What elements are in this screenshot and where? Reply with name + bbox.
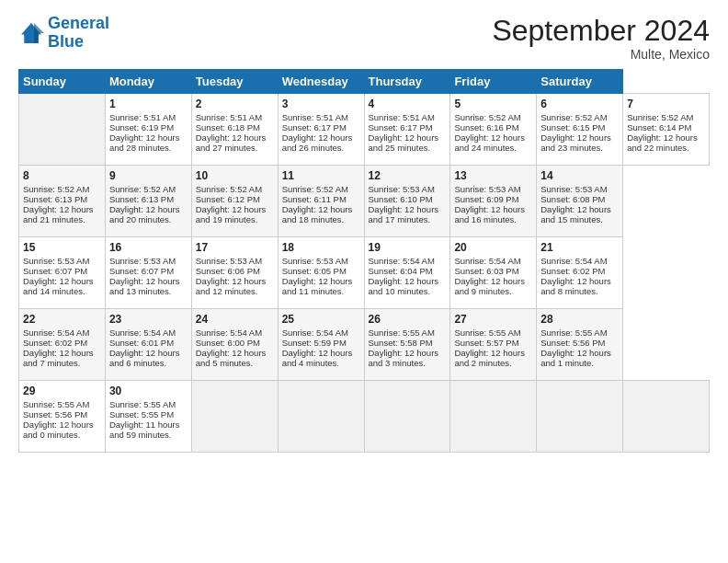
- sunset: Sunset: 5:59 PM: [282, 338, 347, 348]
- daylight: Daylight: 12 hours and 8 minutes.: [540, 276, 611, 296]
- sunrise: Sunrise: 5:55 AM: [23, 399, 89, 409]
- sunrise: Sunrise: 5:54 AM: [540, 256, 607, 266]
- day-number: 4: [369, 98, 447, 110]
- day-number: 26: [369, 313, 447, 326]
- day-cell: [278, 381, 364, 453]
- calendar-week-3: 15Sunrise: 5:53 AMSunset: 6:07 PMDayligh…: [19, 237, 710, 309]
- day-cell: 1Sunrise: 5:51 AMSunset: 6:19 PMDaylight…: [105, 94, 191, 166]
- daylight: Daylight: 12 hours and 4 minutes.: [282, 348, 353, 368]
- daylight: Daylight: 12 hours and 1 minute.: [540, 348, 611, 368]
- day-cell: 2Sunrise: 5:51 AMSunset: 6:18 PMDaylight…: [191, 94, 278, 166]
- sunrise: Sunrise: 5:52 AM: [540, 112, 607, 122]
- sunrise: Sunrise: 5:53 AM: [23, 256, 89, 266]
- sunset: Sunset: 6:17 PM: [369, 122, 433, 132]
- day-cell: 13Sunrise: 5:53 AMSunset: 6:09 PMDayligh…: [450, 166, 537, 237]
- sunset: Sunset: 6:10 PM: [369, 194, 433, 204]
- sunset: Sunset: 6:06 PM: [196, 266, 260, 276]
- logo-line2: Blue: [48, 32, 84, 51]
- day-cell: [623, 381, 710, 453]
- sunset: Sunset: 6:17 PM: [282, 122, 347, 132]
- day-cell: 19Sunrise: 5:54 AMSunset: 6:04 PMDayligh…: [364, 237, 450, 309]
- sunrise: Sunrise: 5:52 AM: [282, 184, 348, 194]
- daylight: Daylight: 11 hours and 59 minutes.: [109, 419, 180, 440]
- sunrise: Sunrise: 5:53 AM: [109, 256, 176, 266]
- sunset: Sunset: 6:04 PM: [369, 266, 433, 276]
- day-cell: 23Sunrise: 5:54 AMSunset: 6:01 PMDayligh…: [105, 309, 191, 381]
- daylight: Daylight: 12 hours and 0 minutes.: [23, 419, 94, 440]
- sunrise: Sunrise: 5:52 AM: [23, 184, 89, 194]
- day-header-saturday: Saturday: [537, 70, 623, 94]
- day-header-monday: Monday: [105, 70, 191, 94]
- sunset: Sunset: 5:57 PM: [454, 338, 518, 348]
- daylight: Daylight: 12 hours and 15 minutes.: [540, 204, 611, 224]
- day-cell: 14Sunrise: 5:53 AMSunset: 6:08 PMDayligh…: [537, 166, 623, 237]
- sunset: Sunset: 6:07 PM: [109, 266, 174, 276]
- logo-icon: [18, 20, 44, 46]
- daylight: Daylight: 12 hours and 24 minutes.: [454, 132, 525, 153]
- daylight: Daylight: 12 hours and 21 minutes.: [23, 204, 94, 224]
- sunrise: Sunrise: 5:52 AM: [627, 112, 693, 122]
- daylight: Daylight: 12 hours and 5 minutes.: [196, 348, 267, 368]
- day-cell: 21Sunrise: 5:54 AMSunset: 6:02 PMDayligh…: [537, 237, 623, 309]
- daylight: Daylight: 12 hours and 7 minutes.: [23, 348, 94, 368]
- daylight: Daylight: 12 hours and 6 minutes.: [109, 348, 180, 368]
- day-number: 14: [540, 169, 619, 182]
- day-header-tuesday: Tuesday: [191, 70, 278, 94]
- sunset: Sunset: 6:12 PM: [196, 194, 260, 204]
- day-header-friday: Friday: [450, 70, 537, 94]
- sunrise: Sunrise: 5:55 AM: [369, 327, 435, 338]
- day-cell: 17Sunrise: 5:53 AMSunset: 6:06 PMDayligh…: [191, 237, 278, 309]
- empty-cell: [19, 94, 106, 166]
- sunrise: Sunrise: 5:51 AM: [196, 112, 262, 122]
- sunset: Sunset: 6:09 PM: [454, 194, 518, 204]
- day-number: 12: [369, 169, 447, 182]
- sunrise: Sunrise: 5:54 AM: [23, 327, 89, 338]
- day-cell: 29Sunrise: 5:55 AMSunset: 5:56 PMDayligh…: [19, 381, 106, 453]
- logo: General Blue: [18, 15, 109, 52]
- day-number: 6: [540, 98, 619, 110]
- sunrise: Sunrise: 5:54 AM: [196, 327, 262, 338]
- day-number: 8: [23, 169, 101, 182]
- calendar: SundayMondayTuesdayWednesdayThursdayFrid…: [18, 69, 710, 453]
- daylight: Daylight: 12 hours and 13 minutes.: [109, 276, 180, 296]
- sunset: Sunset: 6:15 PM: [540, 122, 605, 132]
- calendar-week-2: 8Sunrise: 5:52 AMSunset: 6:13 PMDaylight…: [19, 166, 710, 237]
- day-cell: 25Sunrise: 5:54 AMSunset: 5:59 PMDayligh…: [278, 309, 364, 381]
- calendar-header-row: SundayMondayTuesdayWednesdayThursdayFrid…: [19, 70, 710, 94]
- day-cell: [191, 381, 278, 453]
- sunrise: Sunrise: 5:55 AM: [540, 327, 607, 338]
- sunrise: Sunrise: 5:51 AM: [109, 112, 176, 122]
- day-number: 15: [23, 241, 101, 254]
- month-title: September 2024: [492, 15, 710, 47]
- day-cell: [450, 381, 537, 453]
- daylight: Daylight: 12 hours and 3 minutes.: [369, 348, 439, 368]
- sunset: Sunset: 6:03 PM: [454, 266, 518, 276]
- sunset: Sunset: 6:07 PM: [23, 266, 87, 276]
- sunset: Sunset: 6:11 PM: [282, 194, 347, 204]
- day-cell: [364, 381, 450, 453]
- day-number: 10: [196, 169, 274, 182]
- day-number: 29: [23, 385, 101, 397]
- daylight: Daylight: 12 hours and 10 minutes.: [369, 276, 439, 296]
- sunset: Sunset: 6:13 PM: [23, 194, 87, 204]
- daylight: Daylight: 12 hours and 17 minutes.: [369, 204, 439, 224]
- day-cell: 11Sunrise: 5:52 AMSunset: 6:11 PMDayligh…: [278, 166, 364, 237]
- day-cell: 3Sunrise: 5:51 AMSunset: 6:17 PMDaylight…: [278, 94, 364, 166]
- location: Multe, Mexico: [492, 47, 710, 62]
- day-number: 5: [454, 98, 532, 110]
- sunrise: Sunrise: 5:55 AM: [454, 327, 520, 338]
- day-cell: 12Sunrise: 5:53 AMSunset: 6:10 PMDayligh…: [364, 166, 450, 237]
- day-number: 21: [540, 241, 619, 254]
- sunrise: Sunrise: 5:53 AM: [540, 184, 607, 194]
- sunrise: Sunrise: 5:54 AM: [282, 327, 348, 338]
- calendar-week-4: 22Sunrise: 5:54 AMSunset: 6:02 PMDayligh…: [19, 309, 710, 381]
- daylight: Daylight: 12 hours and 25 minutes.: [369, 132, 439, 153]
- sunset: Sunset: 6:18 PM: [196, 122, 260, 132]
- sunrise: Sunrise: 5:54 AM: [369, 256, 435, 266]
- day-number: 1: [109, 98, 188, 110]
- logo-line1: General: [48, 14, 109, 32]
- day-cell: 18Sunrise: 5:53 AMSunset: 6:05 PMDayligh…: [278, 237, 364, 309]
- daylight: Daylight: 12 hours and 11 minutes.: [282, 276, 353, 296]
- sunset: Sunset: 5:56 PM: [23, 409, 87, 419]
- day-number: 2: [196, 98, 274, 110]
